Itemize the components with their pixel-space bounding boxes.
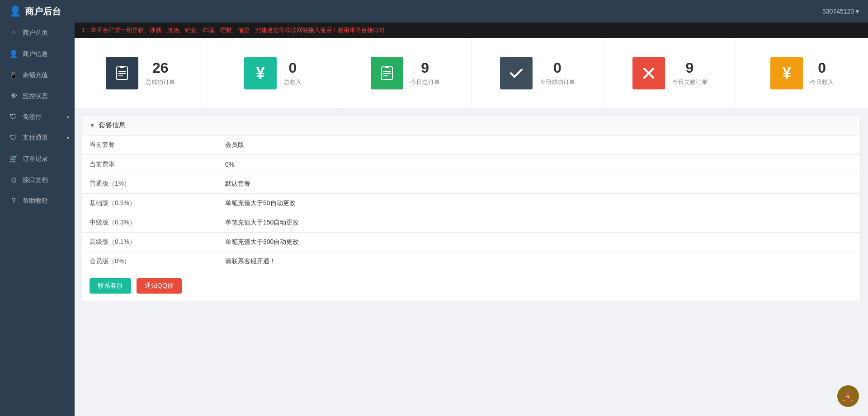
section-title: 套餐信息	[99, 121, 126, 130]
phone-icon: 📱	[9, 71, 18, 79]
row-label-advanced: 高级版（0.1%）	[82, 233, 218, 252]
row-value-vip: 请联系客服开通！	[218, 252, 860, 271]
today-success-info: 0 今日成功订单	[540, 60, 575, 86]
payment-shield-icon: 🛡	[9, 134, 18, 142]
total-income-label: 总收入	[284, 78, 302, 86]
clipboard2-icon	[379, 65, 395, 81]
shield-icon: 🛡	[9, 113, 18, 121]
today-fail-info: 9 今日失败订单	[672, 60, 708, 86]
row-value-normal: 默认套餐	[218, 174, 860, 194]
sidebar-label-sign: 免签付	[23, 113, 42, 121]
table-row: 中级版（0.3%） 单笔充值大于150自动更改	[82, 213, 860, 233]
row-value-current-package: 会员版	[218, 136, 860, 155]
user-info[interactable]: 530745120 ▾	[822, 8, 859, 15]
stat-total-orders: 26 总成功订单	[75, 38, 207, 108]
sidebar-item-home[interactable]: ⌂ 商户首页	[0, 23, 75, 43]
total-income-number: 0	[284, 60, 302, 76]
stat-today-fail: 9 今日失败订单	[604, 38, 736, 108]
stat-today-income: ¥ 0 今日收入	[736, 38, 868, 108]
today-success-number: 0	[540, 60, 575, 76]
today-income-number: 0	[810, 60, 834, 76]
total-orders-info: 26 总成功订单	[146, 60, 175, 86]
sidebar-label-orders: 订单记录	[23, 155, 48, 163]
notify-qq-button[interactable]: 通知QQ群	[137, 278, 182, 294]
avatar-icon: 🧸	[841, 390, 855, 402]
row-label-rate: 当前费率	[82, 155, 218, 174]
sidebar-item-orders[interactable]: 🛒 订单记录	[0, 148, 75, 169]
total-orders-number: 26	[146, 60, 175, 76]
check-icon	[508, 65, 524, 81]
today-success-label: 今日成功订单	[540, 78, 575, 86]
content-area: 1：本平台严禁一切淫秽、涉赌、政治、钓鱼、诈骗、理财、借贷、封建迷信等非法网站接…	[75, 23, 868, 416]
stats-row: 26 总成功订单 ¥ 0 总收入	[75, 38, 868, 108]
row-label-mid: 中级版（0.3%）	[82, 213, 218, 233]
stat-today-total: 9 今日总订单	[339, 38, 472, 108]
sidebar-label-balance: 余额充值	[23, 71, 48, 79]
sidebar-item-api[interactable]: ⊙ 接口文档	[0, 169, 75, 191]
sidebar-label-help: 帮助教程	[23, 197, 48, 205]
notice-bar: 1：本平台严禁一切淫秽、涉赌、政治、钓鱼、诈骗、理财、借贷、封建迷信等非法网站接…	[75, 23, 868, 38]
page-content: ▼ 套餐信息 当前套餐 会员版 当前费率 0% 普	[75, 108, 868, 416]
sidebar-item-monitor[interactable]: 👁 监控状态	[0, 86, 75, 107]
sidebar-label-monitor: 监控状态	[23, 92, 48, 100]
total-orders-icon-box	[106, 57, 138, 89]
today-income-info: 0 今日收入	[810, 60, 834, 86]
table-row: 当前套餐 会员版	[82, 136, 860, 155]
row-value-advanced: 单笔充值大于300自动更改	[218, 233, 860, 252]
sidebar-item-balance[interactable]: 📱 余额充值	[0, 65, 75, 86]
avatar-corner[interactable]: 🧸	[837, 385, 859, 407]
today-total-icon-box	[371, 57, 403, 89]
row-label-current-package: 当前套餐	[82, 136, 218, 155]
row-value-mid: 单笔充值大于150自动更改	[218, 213, 860, 233]
table-row: 会员版（0%） 请联系客服开通！	[82, 252, 860, 271]
sidebar-item-sign[interactable]: 🛡 免签付 ▾	[0, 107, 75, 127]
row-value-basic: 单笔充值大于50自动更改	[218, 194, 860, 213]
package-section: ▼ 套餐信息 当前套餐 会员版 当前费率 0% 普	[82, 115, 861, 301]
notice-text: 1：本平台严禁一切淫秽、涉赌、政治、钓鱼、诈骗、理财、借贷、封建迷信等非法网站接…	[82, 27, 385, 33]
total-income-info: 0 总收入	[284, 60, 302, 86]
today-total-label: 今日总订单	[410, 78, 440, 86]
today-income-icon-box: ¥	[770, 57, 803, 89]
table-row: 基础版（0.5%） 单笔充值大于50自动更改	[82, 194, 860, 213]
main-layout: ⌂ 商户首页 👤 商户信息 📱 余额充值 👁 监控状态 🛡 免签付 ▾ 🛡 支付…	[0, 23, 868, 416]
stat-total-income: ¥ 0 总收入	[207, 38, 340, 108]
svg-rect-1	[120, 66, 124, 68]
eye-icon: 👁	[9, 92, 18, 100]
row-value-rate: 0%	[218, 155, 860, 174]
sidebar-item-info[interactable]: 👤 商户信息	[0, 43, 75, 65]
yen-icon: ¥	[256, 64, 265, 83]
table-row: 高级版（0.1%） 单笔充值大于300自动更改	[82, 233, 860, 252]
collapse-icon: ▼	[90, 122, 95, 129]
svg-rect-6	[385, 66, 389, 68]
contact-service-button[interactable]: 联系客服	[90, 278, 131, 294]
sidebar-label-home: 商户首页	[23, 29, 48, 37]
table-row: 当前费率 0%	[82, 155, 860, 174]
today-fail-number: 9	[672, 60, 708, 76]
site-title: 商户后台	[25, 5, 61, 18]
logo: 👤 商户后台	[9, 5, 61, 18]
table-row: 普通版（1%） 默认套餐	[82, 174, 860, 194]
section-header[interactable]: ▼ 套餐信息	[82, 116, 860, 136]
today-income-label: 今日收入	[810, 78, 834, 86]
sidebar: ⌂ 商户首页 👤 商户信息 📱 余额充值 👁 监控状态 🛡 免签付 ▾ 🛡 支付…	[0, 23, 75, 416]
api-icon: ⊙	[9, 176, 18, 184]
top-header: 👤 商户后台 530745120 ▾	[0, 0, 868, 23]
row-label-basic: 基础版（0.5%）	[82, 194, 218, 213]
today-success-icon-box	[500, 57, 533, 89]
total-orders-label: 总成功订单	[146, 78, 175, 86]
action-row: 联系客服 通知QQ群	[82, 271, 860, 301]
sidebar-item-payment[interactable]: 🛡 支付通道 ▾	[0, 127, 75, 148]
yen2-icon: ¥	[782, 64, 791, 83]
today-total-number: 9	[410, 60, 440, 76]
logo-icon: 👤	[9, 5, 21, 17]
row-label-vip: 会员版（0%）	[82, 252, 218, 271]
sidebar-label-api: 接口文档	[23, 176, 48, 184]
sign-arrow-icon: ▾	[67, 115, 69, 120]
x-icon	[641, 65, 657, 81]
sidebar-label-payment: 支付通道	[23, 134, 48, 142]
home-icon: ⌂	[9, 29, 18, 37]
today-total-info: 9 今日总订单	[410, 60, 440, 86]
payment-arrow-icon: ▾	[67, 136, 69, 140]
user-icon: 👤	[9, 50, 18, 58]
sidebar-item-help[interactable]: ? 帮助教程	[0, 191, 75, 211]
